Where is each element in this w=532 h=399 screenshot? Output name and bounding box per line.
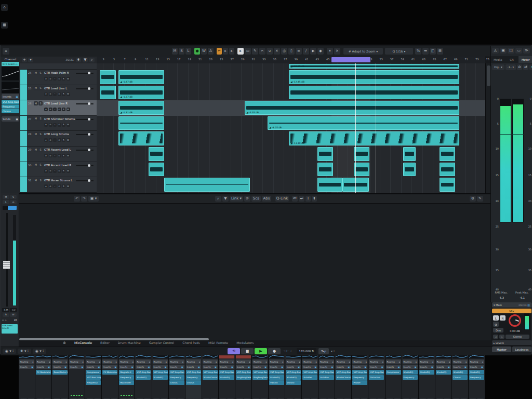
- cycle-button[interactable]: ⟲: [228, 348, 240, 354]
- lower-zone-close-icon[interactable]: ⊗: [63, 341, 66, 345]
- track-mini-button[interactable]: ⊘: [49, 108, 52, 111]
- insert-slot[interactable]: VST Amp Rack: [286, 370, 301, 375]
- routing-rack-header[interactable]: Routing◂: [302, 360, 317, 364]
- insert-slot[interactable]: StudioChorus: [203, 375, 218, 380]
- global-l-button[interactable]: L: [185, 48, 191, 55]
- add-track-button[interactable]: +: [22, 58, 27, 62]
- audio-event[interactable]: ◢ -12.45 dB: [289, 70, 459, 84]
- right-zone-tab-cr[interactable]: CR: [505, 56, 519, 63]
- insert-slot[interactable]: Vibrato: [269, 380, 284, 385]
- inserts-rack-header[interactable]: Inserts▣: [236, 365, 251, 369]
- insert-slot[interactable]: StudioEQ: [403, 370, 418, 375]
- insert-slot[interactable]: PingPongDelay: [236, 375, 251, 380]
- track-mute-button[interactable]: M: [34, 148, 38, 152]
- track-mini-button[interactable]: R: [62, 169, 65, 173]
- routing-rack-header[interactable]: Routing◂: [369, 360, 384, 364]
- mixer-channel[interactable]: Routing◂Inserts▣StudioEQFrequencyMSLe-5.…: [469, 351, 485, 399]
- insert-slot[interactable]: StudioEQ: [419, 370, 434, 375]
- audio-event[interactable]: [317, 163, 334, 177]
- zoom-palette-i[interactable]: I: [305, 196, 311, 202]
- audio-event[interactable]: ◢ -12.45 dB: [289, 64, 459, 69]
- audio-event[interactable]: ◢ -4.05 dB: [268, 116, 459, 130]
- monitor-r-button[interactable]: R: [500, 315, 506, 321]
- toolbar-right-icon-0[interactable]: %: [415, 48, 421, 55]
- inserts-rack-header[interactable]: Inserts▣: [153, 365, 168, 369]
- inserts-rack-header[interactable]: Inserts▣: [252, 365, 268, 369]
- routing-rack-header[interactable]: Routing◂: [236, 360, 251, 364]
- strip-bypass-button[interactable]: ⊘: [10, 200, 17, 204]
- insert-slot[interactable]: Frequency: [352, 375, 367, 380]
- window-icon-3[interactable]: ▭: [515, 48, 522, 54]
- split-tool[interactable]: ✂: [259, 48, 265, 55]
- lower-tab-editor[interactable]: Editor: [100, 341, 110, 344]
- record-button[interactable]: ●: [268, 348, 281, 354]
- sends-section-header[interactable]: Sends ▣: [2, 116, 19, 122]
- routing-rack-header[interactable]: Routing◂: [453, 360, 468, 364]
- insert-slot[interactable]: Distortion: [369, 375, 384, 380]
- insert-slot[interactable]: VST Amp Rack: [252, 370, 268, 375]
- routing-rack-header[interactable]: Routing◂: [186, 360, 201, 364]
- routing-rack-header[interactable]: Routing◂: [86, 360, 101, 364]
- insert-slot[interactable]: StudioEQ: [453, 370, 468, 375]
- window-icon-2[interactable]: ◫: [508, 48, 514, 54]
- inserts-rack-header[interactable]: Inserts▣: [186, 365, 201, 369]
- inserts-rack-header[interactable]: Inserts▣: [369, 365, 384, 369]
- main-section-header[interactable]: ▾ Mainstereo ▥: [492, 302, 531, 308]
- track-solo-button[interactable]: S: [38, 148, 43, 152]
- insert-slot[interactable]: StudioEQ: [469, 370, 484, 375]
- draw-tool[interactable]: ✎: [252, 48, 258, 55]
- insert-slot[interactable]: Frequency: [119, 375, 134, 380]
- meter-reset-icon[interactable]: ⊘: [517, 64, 522, 70]
- insert-slot[interactable]: FX Modulator: [36, 370, 51, 375]
- mixer-channel[interactable]: Routing◂Inserts▣StudioEQChorusMSLe-7.80-…: [452, 351, 469, 399]
- track-mini-button[interactable]: e: [44, 154, 48, 157]
- headphones-icon[interactable]: ∩: [529, 64, 532, 70]
- quantize-select[interactable]: Q 1/16 ▾: [385, 48, 413, 55]
- track-volume-slider[interactable]: [76, 119, 94, 120]
- track-mini-button[interactable]: ⊙: [58, 77, 61, 81]
- track-mini-button[interactable]: ⊘: [49, 169, 52, 173]
- mixer-channel[interactable]: Routing◂Inserts▣VST Amp RackFrequencyCho…: [169, 351, 185, 399]
- track-row[interactable]: 25MSGTR Lead Line Le⊘◦⊙RW: [20, 85, 97, 101]
- inserts-rack-header[interactable]: Inserts▣: [203, 365, 218, 369]
- track-mini-button[interactable]: R: [62, 184, 65, 188]
- insert-slot[interactable]: Magneto II: [119, 370, 134, 375]
- track-mini-button[interactable]: W: [66, 184, 70, 188]
- inspector-channel-chip[interactable]: GTR Lead Li..: [2, 62, 19, 66]
- track-mini-button[interactable]: R: [62, 108, 65, 111]
- routing-rack-header[interactable]: Routing◂: [19, 360, 34, 364]
- inspector-insert-slot[interactable]: Frequency: [2, 104, 19, 109]
- insert-slot[interactable]: AutoPan: [319, 375, 334, 380]
- strip-pan[interactable]: [3, 206, 17, 210]
- meter-source-select[interactable]: Dig.. ▾: [492, 64, 504, 70]
- lower-tab-midi-remote[interactable]: MIDI Remote: [208, 341, 228, 344]
- speaker-next-button[interactable]: ▷: [499, 335, 504, 339]
- audio-event[interactable]: [149, 163, 165, 177]
- insert-slot[interactable]: Chorus: [169, 380, 184, 385]
- window-icon-0[interactable]: ◬: [492, 48, 499, 54]
- insert-slot[interactable]: VST Amp Rack: [269, 370, 284, 375]
- lower-tab-sampler-control[interactable]: Sampler Control: [149, 341, 175, 344]
- insert-slot[interactable]: Frequency: [86, 380, 101, 385]
- track-row[interactable]: 28MSGTR Long Strumse⊘◦⊙RW: [20, 131, 97, 147]
- routing-rack-header[interactable]: Routing◂: [286, 360, 301, 364]
- routing-rack-header[interactable]: Routing◂: [419, 360, 434, 364]
- track-mini-button[interactable]: e: [44, 138, 48, 142]
- audio-event[interactable]: ◢ -13.10 dB: [289, 131, 459, 145]
- inserts-rack-header[interactable]: Inserts▣: [136, 365, 151, 369]
- strip-solo-button[interactable]: S: [10, 195, 17, 199]
- insert-slot[interactable]: Compressor: [86, 370, 101, 375]
- inserts-rack-header[interactable]: Inserts▣: [403, 365, 418, 369]
- inserts-rack-header[interactable]: Inserts▣: [319, 365, 334, 369]
- track-mute-button[interactable]: M: [34, 86, 38, 90]
- audio-event[interactable]: [403, 163, 416, 177]
- insert-slot[interactable]: VST Amp Rack: [136, 370, 151, 375]
- tracklist-header-icon-2[interactable]: ⌕: [89, 58, 95, 62]
- sca-button[interactable]: Sca: [251, 196, 261, 202]
- track-mute-button[interactable]: M: [34, 178, 38, 182]
- track-mini-button[interactable]: ⊙: [58, 92, 61, 96]
- mixer-channel[interactable]: Routing◂Inserts▣StudioEQFrequencyMSLe-5.…: [402, 351, 419, 399]
- undo-button[interactable]: ↶: [74, 196, 80, 202]
- strip-name-label[interactable]: GTR Lead Line R: [2, 324, 18, 334]
- track-mini-button[interactable]: e: [44, 184, 48, 188]
